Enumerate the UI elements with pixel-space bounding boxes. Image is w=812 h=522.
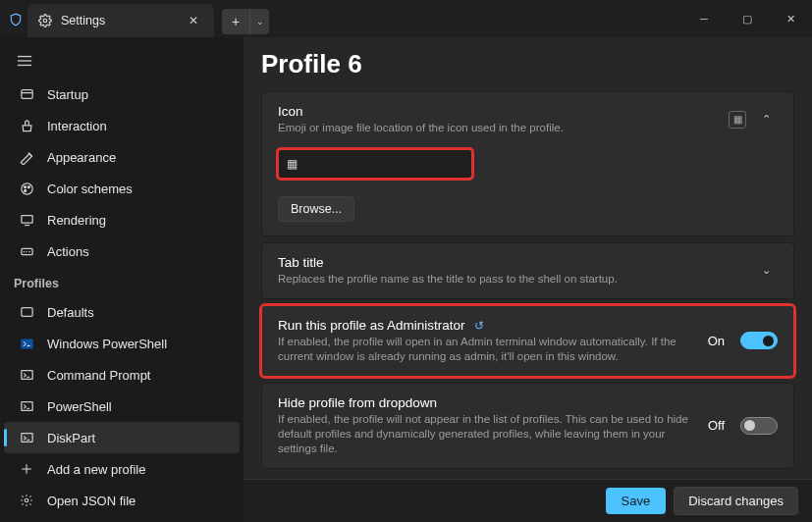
body: Startup Interaction Appearance Color sch… <box>0 37 812 522</box>
card-title: Icon <box>278 104 719 119</box>
tab-close-button[interactable]: ✕ <box>183 10 204 31</box>
interaction-icon <box>18 119 35 133</box>
toggle-value-label: Off <box>708 418 725 433</box>
shield-icon <box>8 12 24 27</box>
minimize-button[interactable]: ─ <box>682 0 726 37</box>
sidebar-item-appearance[interactable]: Appearance <box>4 141 240 173</box>
card-admin-header[interactable]: Run this profile as Administrator ↺ If e… <box>262 306 793 376</box>
footer: Save Discard changes <box>244 479 812 522</box>
sidebar-item-label: Color schemes <box>47 182 133 196</box>
sidebar-item-label: Actions <box>47 244 89 259</box>
admin-toggle[interactable] <box>740 332 778 349</box>
svg-rect-10 <box>21 215 31 223</box>
window-controls: ─ ▢ ✕ <box>682 0 812 37</box>
tab-settings[interactable]: Settings ✕ <box>27 4 214 37</box>
svg-point-8 <box>27 185 29 187</box>
card-desc: If enabled, the profile will open in an … <box>278 335 698 364</box>
sidebar-item-color-schemes[interactable]: Color schemes <box>4 173 240 204</box>
titlebar: Settings ✕ + ⌄ ─ ▢ ✕ <box>0 0 812 37</box>
new-tab-dropdown[interactable]: ⌄ <box>249 9 269 34</box>
card-icon: Icon Emoji or image file location of the… <box>261 91 794 236</box>
sidebar-item-defaults[interactable]: Defaults <box>4 296 240 328</box>
sidebar-item-rendering[interactable]: Rendering <box>4 204 240 235</box>
sidebar-item-add-profile[interactable]: Add a new profile <box>4 453 240 485</box>
svg-point-6 <box>21 183 31 193</box>
sidebar-item-label: Appearance <box>47 150 116 165</box>
icon-preview-icon: ▦ <box>729 111 746 129</box>
chevron-up-icon: ⌃ <box>762 113 778 126</box>
card-hide-header[interactable]: Hide profile from dropdown If enabled, t… <box>262 384 793 468</box>
card-title: Hide profile from dropdown <box>278 395 698 410</box>
sidebar: Startup Interaction Appearance Color sch… <box>0 37 244 522</box>
discard-button[interactable]: Discard changes <box>674 487 798 515</box>
svg-rect-17 <box>21 339 33 348</box>
hide-profile-toggle[interactable] <box>740 417 778 435</box>
sidebar-item-diskpart[interactable]: DiskPart <box>4 422 240 453</box>
sidebar-item-windows-powershell[interactable]: Windows PowerShell <box>4 328 240 359</box>
plus-icon <box>18 462 35 476</box>
sidebar-item-powershell[interactable]: PowerShell <box>4 391 240 422</box>
sidebar-item-command-prompt[interactable]: Command Prompt <box>4 359 240 391</box>
card-desc: Emoji or image file location of the icon… <box>278 121 719 135</box>
reset-icon[interactable]: ↺ <box>474 319 484 333</box>
card-tab-title-header[interactable]: Tab title Replaces the profile name as t… <box>262 243 793 298</box>
card-icon-header[interactable]: Icon Emoji or image file location of the… <box>262 92 793 147</box>
gear-icon <box>18 494 35 507</box>
new-tab-button[interactable]: + <box>222 9 249 34</box>
startup-icon <box>18 87 35 102</box>
powershell-icon <box>18 337 35 351</box>
browse-button[interactable]: Browse... <box>278 196 354 222</box>
svg-rect-4 <box>21 89 31 98</box>
sidebar-item-interaction[interactable]: Interaction <box>4 110 240 141</box>
svg-point-7 <box>24 185 26 187</box>
sidebar-item-label: Rendering <box>47 213 106 228</box>
toggle-value-label: On <box>708 334 725 348</box>
sidebar-item-label: Windows PowerShell <box>47 337 167 351</box>
svg-point-9 <box>24 189 26 191</box>
sidebar-item-startup[interactable]: Startup <box>4 78 240 110</box>
svg-line-15 <box>28 250 29 251</box>
chevron-down-icon: ⌄ <box>762 264 778 277</box>
sidebar-item-open-json[interactable]: Open JSON file <box>4 485 240 516</box>
cmd-icon <box>18 368 35 383</box>
sidebar-section-profiles: Profiles <box>0 267 244 296</box>
sidebar-item-label: Defaults <box>47 305 94 320</box>
diskpart-icon <box>18 431 35 445</box>
sidebar-item-actions[interactable]: Actions <box>4 235 240 267</box>
card-title: Tab title <box>278 255 752 270</box>
save-button[interactable]: Save <box>606 488 667 514</box>
sidebar-item-label: DiskPart <box>47 431 95 445</box>
sidebar-item-label: Startup <box>47 87 88 102</box>
svg-point-0 <box>43 19 47 23</box>
card-run-as-admin: Run this profile as Administrator ↺ If e… <box>261 305 794 377</box>
card-desc: If enabled, the profile will not appear … <box>278 412 698 456</box>
color-schemes-icon <box>18 182 35 196</box>
svg-point-23 <box>25 498 28 502</box>
window-close-button[interactable]: ✕ <box>769 0 812 37</box>
tab-title: Settings <box>61 14 175 27</box>
new-tab-group: + ⌄ <box>222 6 269 37</box>
card-hide-profile: Hide profile from dropdown If enabled, t… <box>261 383 794 469</box>
card-tab-title: Tab title Replaces the profile name as t… <box>261 242 794 299</box>
card-desc: Replaces the profile name as the title t… <box>278 272 752 287</box>
appearance-icon <box>18 150 35 165</box>
actions-icon <box>18 244 35 259</box>
rendering-icon <box>18 213 35 228</box>
sidebar-item-label: Open JSON file <box>47 494 135 508</box>
sidebar-item-label: PowerShell <box>47 399 112 414</box>
pwsh-icon <box>18 399 35 414</box>
page-title: Profile 6 <box>261 49 794 79</box>
card-title: Run this profile as Administrator ↺ <box>278 318 698 333</box>
sidebar-item-label: Command Prompt <box>47 368 150 383</box>
defaults-icon <box>18 305 35 320</box>
sidebar-item-label: Add a new profile <box>47 462 145 477</box>
icon-path-input[interactable]: ▦ <box>278 149 472 179</box>
card-title-text: Run this profile as Administrator <box>278 318 465 333</box>
maximize-button[interactable]: ▢ <box>726 0 769 37</box>
hamburger-button[interactable] <box>6 43 43 78</box>
main: Profile 6 Icon Emoji or image file locat… <box>244 37 812 522</box>
gear-icon <box>37 13 53 28</box>
svg-rect-16 <box>21 307 31 316</box>
input-icon: ▦ <box>287 157 298 171</box>
sidebar-item-label: Interaction <box>47 119 107 133</box>
